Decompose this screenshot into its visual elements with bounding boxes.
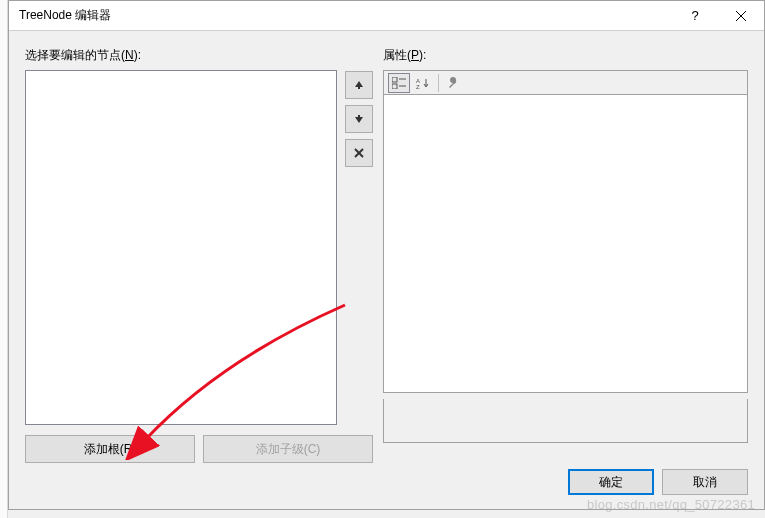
arrow-up-icon bbox=[354, 80, 364, 90]
categorized-icon bbox=[392, 77, 406, 89]
ok-button[interactable]: 确定 bbox=[568, 469, 654, 495]
add-root-button[interactable]: 添加根(R) bbox=[25, 435, 195, 463]
property-toolbar: A Z bbox=[383, 70, 748, 94]
left-panel: 选择要编辑的节点(N): bbox=[25, 47, 373, 443]
label-suffix: ): bbox=[134, 48, 141, 62]
prop-label-suffix: ): bbox=[419, 48, 426, 62]
right-panel: 属性(P): A Z bbox=[383, 47, 748, 443]
treenode-editor-dialog: TreeNode 编辑器 ? 选择要编辑的节点(N): bbox=[8, 0, 765, 510]
background-strip bbox=[0, 0, 8, 518]
label-accelerator: N bbox=[125, 48, 134, 62]
alphabetical-view-button[interactable]: A Z bbox=[412, 73, 434, 93]
categorized-view-button[interactable] bbox=[388, 73, 410, 93]
cancel-button[interactable]: 取消 bbox=[662, 469, 748, 495]
tree-action-buttons bbox=[345, 70, 373, 425]
property-pages-button[interactable] bbox=[443, 73, 465, 93]
add-buttons-row: 添加根(R) 添加子级(C) bbox=[25, 435, 373, 463]
select-node-label: 选择要编辑的节点(N): bbox=[25, 47, 373, 64]
content-area: 选择要编辑的节点(N): bbox=[9, 31, 764, 459]
alphabetical-icon: A Z bbox=[416, 77, 430, 89]
titlebar-title: TreeNode 编辑器 bbox=[19, 7, 672, 24]
delete-x-icon bbox=[353, 147, 365, 159]
titlebar: TreeNode 编辑器 ? bbox=[9, 1, 764, 31]
dialog-buttons: 确定 取消 bbox=[568, 469, 748, 495]
delete-button[interactable] bbox=[345, 139, 373, 167]
tree-listbox[interactable] bbox=[25, 70, 337, 425]
close-button[interactable] bbox=[718, 1, 764, 31]
close-icon bbox=[736, 11, 746, 21]
move-up-button[interactable] bbox=[345, 71, 373, 99]
toolbar-separator bbox=[438, 74, 439, 92]
property-grid[interactable] bbox=[383, 94, 748, 393]
ok-label: 确定 bbox=[599, 474, 623, 491]
prop-label-accelerator: P bbox=[411, 48, 419, 62]
tree-area bbox=[25, 70, 373, 425]
svg-rect-4 bbox=[392, 77, 397, 82]
help-button[interactable]: ? bbox=[672, 1, 718, 31]
add-child-button: 添加子级(C) bbox=[203, 435, 373, 463]
properties-label: 属性(P): bbox=[383, 47, 748, 64]
label-prefix: 选择要编辑的节点( bbox=[25, 48, 125, 62]
move-down-button[interactable] bbox=[345, 105, 373, 133]
cancel-label: 取消 bbox=[693, 474, 717, 491]
svg-text:Z: Z bbox=[416, 84, 420, 89]
wrench-icon bbox=[447, 77, 461, 89]
add-child-label: 添加子级(C) bbox=[256, 441, 321, 458]
arrow-down-icon bbox=[354, 114, 364, 124]
prop-label-prefix: 属性( bbox=[383, 48, 411, 62]
add-root-label: 添加根(R) bbox=[84, 441, 137, 458]
svg-rect-5 bbox=[392, 84, 397, 89]
property-description-box bbox=[383, 399, 748, 443]
